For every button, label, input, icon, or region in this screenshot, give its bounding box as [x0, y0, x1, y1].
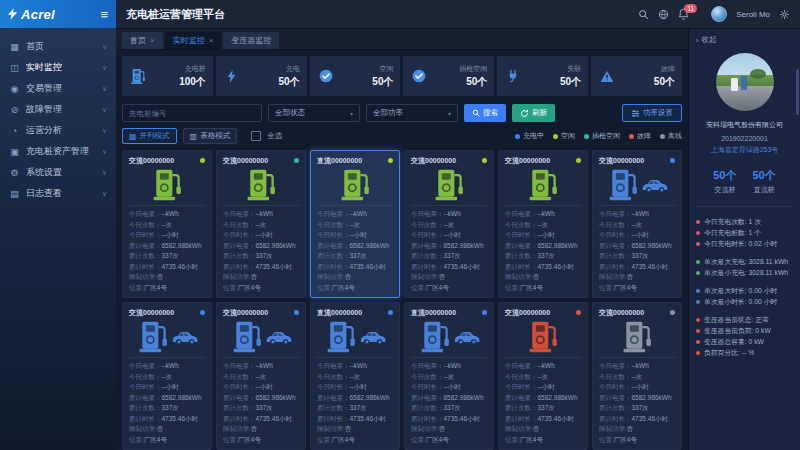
notification-bell-icon[interactable]: 11 — [678, 8, 702, 20]
stat-label: 充电桩 — [185, 64, 206, 74]
charger-card-9[interactable]: 直流00000000 今日电量：--kWh今日次数：--次今日时长：--小时累计… — [404, 302, 494, 450]
globe-icon[interactable] — [658, 9, 669, 20]
tab-1[interactable]: 实时监控 × — [165, 32, 222, 49]
sidebar-item-0[interactable]: ▦ 首页 ∨ — [0, 36, 116, 57]
stat-value: 100个 — [179, 75, 206, 89]
card-field: 累计次数：337次 — [599, 403, 675, 414]
status-dot — [294, 310, 299, 315]
charger-pile-icon — [419, 320, 451, 354]
settings-gear-icon[interactable] — [779, 9, 790, 20]
pile-number-input[interactable] — [122, 104, 262, 122]
card-field: 累计电量：6582.986kWh — [129, 241, 205, 252]
metric-line: 单次最大充电: 3028.11 kWh — [696, 256, 793, 267]
search-icon[interactable] — [638, 9, 649, 20]
station-address[interactable]: 上海嘉定育绿路253号 — [711, 145, 779, 155]
logo-bolt-icon — [8, 8, 18, 20]
card-field: 累计时长：4735.46小时 — [223, 262, 299, 273]
card-field: 累计次数：337次 — [411, 403, 487, 414]
search-button[interactable]: 搜索 — [464, 104, 506, 122]
close-icon[interactable]: × — [150, 36, 155, 45]
divider — [411, 205, 487, 206]
tab-2[interactable]: 变压器监控 — [223, 32, 279, 49]
card-title: 直流00000000 — [317, 308, 388, 318]
card-field: 限制功率:否 — [411, 424, 487, 435]
status-select[interactable]: 全部状态 ▾ — [268, 104, 360, 122]
charger-icon — [129, 68, 147, 85]
check-icon — [410, 69, 428, 83]
metric-dot — [696, 300, 700, 304]
avatar[interactable] — [711, 6, 727, 22]
log-icon: ▤ — [9, 189, 20, 199]
stat-value: 50个 — [372, 75, 393, 89]
card-field: 累计电量：6582.986kWh — [411, 241, 487, 252]
photo-charger — [731, 78, 738, 91]
photo-tree — [750, 69, 766, 79]
card-field: 累计电量：6582.986kWh — [505, 393, 581, 404]
charger-card-0[interactable]: 交流00000000 今日电量：--kWh今日次数：--次今日时长：--小时累计… — [122, 150, 212, 298]
card-field: 今日时长：--小时 — [505, 382, 581, 393]
sidebar-item-label: 首页 — [26, 40, 96, 53]
metric-dot — [696, 289, 700, 293]
sidebar-item-3[interactable]: ⊘ 故障管理 ∨ — [0, 99, 116, 120]
card-field: 累计次数：337次 — [223, 251, 299, 262]
card-icon — [599, 166, 675, 204]
sidebar-item-4[interactable]: ◔ 运营分析 ∨ — [0, 120, 116, 141]
card-field: 限制功率:否 — [129, 424, 205, 435]
table-mode-label: 表格模式 — [200, 131, 230, 141]
card-icon — [411, 318, 487, 356]
card-field: 累计电量：6582.986kWh — [505, 241, 581, 252]
charger-card-4[interactable]: 交流00000000 今日电量：--kWh今日次数：--次今日时长：--小时累计… — [498, 150, 588, 298]
card-icon — [317, 166, 393, 204]
analysis-icon: ◔ — [9, 126, 20, 136]
sidebar-item-5[interactable]: ▣ 充电桩资产管理 ∨ — [0, 141, 116, 162]
sidebar-item-6[interactable]: ⚙ 系统设置 ∨ — [0, 162, 116, 183]
menu-toggle-icon[interactable]: ≡ — [100, 8, 108, 21]
charger-card-1[interactable]: 交流00000000 今日电量：--kWh今日次数：--次今日时长：--小时累计… — [216, 150, 306, 298]
metric-line: 今日充电次数: 1 次 — [696, 216, 793, 227]
card-field: 限制功率:否 — [505, 272, 581, 283]
power-select[interactable]: 全部功率 ▾ — [366, 104, 458, 122]
card-icon — [223, 166, 299, 204]
charger-card-10[interactable]: 交流00000000 今日电量：--kWh今日次数：--次今日时长：--小时累计… — [498, 302, 588, 450]
card-title: 交流00000000 — [223, 308, 294, 318]
tab-0[interactable]: 首页 × — [122, 32, 163, 49]
sliders-icon — [631, 109, 640, 118]
metric-dot — [696, 351, 700, 355]
sidebar-item-1[interactable]: ◫ 实时监控 ∨ — [0, 57, 116, 78]
collapse-panel-button[interactable]: › 收起 — [696, 35, 717, 45]
divider — [505, 357, 581, 358]
table-mode-toggle[interactable]: ▥ 表格模式 — [183, 128, 238, 144]
scrollbar[interactable] — [796, 69, 799, 115]
chevron-down-icon: ▾ — [448, 110, 451, 117]
card-field: 今日次数：--次 — [599, 220, 675, 231]
power-setting-button[interactable]: 功率设置 — [622, 104, 682, 122]
list-mode-toggle[interactable]: ▦ 并列模式 — [122, 128, 177, 144]
sidebar-item-7[interactable]: ▤ 日志查看 ∨ — [0, 183, 116, 204]
logo: Acrel — [8, 7, 100, 22]
charger-card-2[interactable]: 直流00000000 今日电量：--kWh今日次数：--次今日时长：--小时累计… — [310, 150, 400, 298]
metric-line: 单次最小充电: 3028.11 kWh — [696, 267, 793, 278]
refresh-button[interactable]: 刷新 — [512, 104, 555, 122]
divider — [129, 357, 205, 358]
card-field: 今日次数：--次 — [129, 372, 205, 383]
card-field: 累计次数：337次 — [317, 251, 393, 262]
card-title: 交流00000000 — [129, 308, 200, 318]
charger-card-6[interactable]: 交流00000000 今日电量：--kWh今日次数：--次今日时长：--小时累计… — [122, 302, 212, 450]
status-legend: 充电中空闲插枪空闲故障离线 — [515, 131, 682, 141]
card-field: 今日时长：--小时 — [411, 382, 487, 393]
car-icon — [359, 330, 386, 344]
charger-card-5[interactable]: 交流00000000 今日电量：--kWh今日次数：--次今日时长：--小时累计… — [592, 150, 682, 298]
charger-card-8[interactable]: 直流00000000 今日电量：--kWh今日次数：--次今日时长：--小时累计… — [310, 302, 400, 450]
charger-card-3[interactable]: 交流00000000 今日电量：--kWh今日次数：--次今日时长：--小时累计… — [404, 150, 494, 298]
card-field: 今日时长：--小时 — [317, 382, 393, 393]
card-field: 累计电量：6582.986kWh — [599, 241, 675, 252]
status-select-value: 全部状态 — [275, 108, 305, 118]
sidebar-item-2[interactable]: ◉ 交易管理 ∨ — [0, 78, 116, 99]
card-field: 限制功率:否 — [129, 272, 205, 283]
select-all-checkbox[interactable] — [251, 131, 261, 141]
card-field: 累计次数：337次 — [505, 251, 581, 262]
close-icon[interactable]: × — [209, 36, 214, 45]
charger-card-7[interactable]: 交流00000000 今日电量：--kWh今日次数：--次今日时长：--小时累计… — [216, 302, 306, 450]
charger-card-11[interactable]: 交流00000000 今日电量：--kWh今日次数：--次今日时长：--小时累计… — [592, 302, 682, 450]
username: Seroli Mo — [736, 10, 770, 19]
